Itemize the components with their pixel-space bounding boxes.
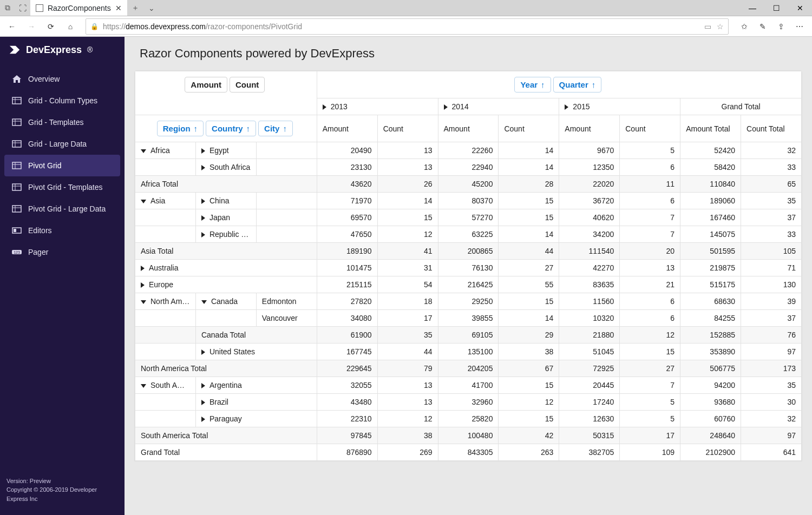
pivot-cell: 34200 — [559, 226, 620, 243]
row-region-cell — [135, 226, 196, 243]
year-header[interactable]: 2015 — [559, 98, 680, 115]
field-chip-country[interactable]: Country ↑ — [206, 121, 256, 136]
notes-icon[interactable]: ✎ — [754, 18, 772, 35]
expand-icon[interactable] — [141, 282, 145, 288]
more-icon[interactable]: ⋯ — [790, 18, 809, 35]
sidebar-item-pivot-grid[interactable]: Pivot Grid — [4, 155, 120, 176]
pivot-cell: 54 — [377, 276, 438, 293]
row-country-cell[interactable]: Paraguay — [195, 411, 317, 427]
pivot-cell: 229645 — [317, 360, 377, 377]
sidebar-item-overview[interactable]: Overview — [4, 68, 120, 90]
new-tab-button[interactable]: ＋ — [127, 0, 143, 16]
row-country-cell[interactable]: Canada — [195, 293, 256, 310]
home-button[interactable]: ⌂ — [62, 18, 79, 35]
pivot-cell: 41 — [377, 243, 438, 260]
row-region-cell — [135, 344, 196, 360]
sidebar-item-pivot-grid-templates[interactable]: Pivot Grid - Templates — [4, 176, 120, 198]
row-region-cell — [135, 310, 196, 327]
close-window-button[interactable]: ✕ — [788, 0, 812, 16]
field-chip-count[interactable]: Count — [230, 77, 265, 93]
row-country-cell[interactable]: Argentina — [195, 377, 317, 394]
pivot-cell: 506775 — [680, 360, 741, 377]
row-region-cell[interactable]: Europe — [135, 276, 317, 293]
row-city-cell — [256, 226, 317, 243]
pivot-cell: 42270 — [559, 260, 620, 276]
row-region-cell[interactable]: North America — [135, 293, 196, 310]
sidebar-item-grid-column-types[interactable]: Grid - Column Types — [4, 90, 120, 111]
row-region-cell[interactable]: Asia — [135, 193, 196, 209]
close-tab-icon[interactable]: ✕ — [115, 4, 122, 12]
pivot-cell: 83635 — [559, 276, 620, 293]
favorite-icon[interactable]: ☆ — [717, 22, 724, 31]
year-header[interactable]: 2014 — [438, 98, 559, 115]
pivot-cell: 6 — [620, 193, 680, 209]
sidebar-footer: Version: Preview Copyright © 2006-2019 D… — [0, 471, 125, 509]
field-chip-region[interactable]: Region ↑ — [157, 121, 204, 136]
sidebar-item-grid-large-data[interactable]: Grid - Large Data — [4, 133, 120, 155]
forward-button[interactable]: → — [23, 18, 40, 35]
expand-icon[interactable] — [201, 148, 205, 154]
collapse-icon[interactable] — [141, 384, 146, 388]
row-country-cell[interactable]: United States — [195, 344, 317, 360]
pivot-cell: 5 — [620, 394, 680, 411]
expand-icon[interactable] — [444, 104, 448, 110]
sidebar-item-editors[interactable]: Editors — [4, 220, 120, 241]
field-chip-city[interactable]: City ↑ — [258, 121, 293, 136]
collapse-icon[interactable] — [141, 300, 146, 304]
nav-icon — [12, 204, 22, 213]
sidebar-item-pager[interactable]: 123Pager — [4, 241, 120, 263]
tab-actions-icon[interactable]: ⧉ — [0, 0, 15, 16]
collapse-icon[interactable] — [141, 149, 146, 153]
field-chip-year[interactable]: Year ↑ — [514, 77, 551, 93]
pivot-cell: 97 — [741, 427, 802, 444]
address-bar[interactable]: 🔒 https://demos.devexpress.com/razor-com… — [86, 18, 729, 35]
back-button[interactable]: ← — [3, 18, 21, 35]
row-region-cell[interactable]: Australia — [135, 260, 317, 276]
row-country-cell[interactable]: Brazil — [195, 394, 317, 411]
expand-icon[interactable] — [201, 349, 205, 355]
row-region-cell[interactable]: Africa — [135, 142, 196, 159]
row-country-cell[interactable]: China — [195, 193, 256, 209]
row-country-cell[interactable]: Republic of Korea — [195, 226, 256, 243]
refresh-button[interactable]: ⟳ — [42, 18, 60, 35]
maximize-button[interactable]: ☐ — [764, 0, 788, 16]
sidebar-item-grid-templates[interactable]: Grid - Templates — [4, 111, 120, 133]
expand-icon[interactable] — [201, 417, 205, 422]
expand-icon[interactable] — [201, 383, 205, 388]
pivot-cell: 204205 — [438, 360, 499, 377]
favorites-icon[interactable]: ✩ — [735, 18, 754, 35]
pivot-cell: 15 — [499, 377, 559, 394]
row-region-cell[interactable]: South America — [135, 377, 196, 394]
expand-icon[interactable] — [201, 215, 205, 221]
share-icon[interactable]: ⇪ — [772, 18, 790, 35]
expand-icon[interactable] — [201, 199, 205, 204]
sidebar-item-pivot-grid-large-data[interactable]: Pivot Grid - Large Data — [4, 198, 120, 220]
row-country-cell[interactable]: Japan — [195, 209, 256, 226]
pivot-row: Paraguay223101225820151263056076032 — [135, 411, 802, 427]
expand-icon[interactable] — [141, 266, 145, 271]
expand-icon[interactable] — [323, 104, 326, 110]
pivot-cell: 79 — [377, 360, 438, 377]
minimize-button[interactable]: — — [741, 0, 764, 16]
expand-icon[interactable] — [201, 165, 205, 170]
expand-icon[interactable] — [565, 104, 568, 110]
field-chip-quarter[interactable]: Quarter ↑ — [553, 77, 602, 93]
row-country-cell[interactable]: Egypt — [195, 142, 256, 159]
measure-header: Count — [620, 115, 680, 142]
year-header[interactable]: 2013 — [317, 98, 438, 115]
brand-text: DevExpress — [26, 44, 82, 56]
field-chip-amount[interactable]: Amount — [185, 77, 227, 93]
reading-view-icon[interactable]: ▭ — [704, 22, 711, 31]
tabs-dropdown-icon[interactable]: ⌄ — [143, 0, 160, 16]
collapse-icon[interactable] — [201, 300, 207, 304]
pivot-row: United States167745441351003851045153538… — [135, 344, 802, 360]
tab-preview-icon[interactable]: ⛶ — [15, 0, 30, 16]
nav-icon — [12, 118, 22, 127]
pivot-cell: 200865 — [438, 243, 499, 260]
collapse-icon[interactable] — [141, 200, 146, 203]
expand-icon[interactable] — [201, 232, 205, 237]
row-country-cell[interactable]: South Africa — [195, 159, 256, 176]
pivot-cell: 72925 — [559, 360, 620, 377]
browser-tab[interactable]: RazorComponents ✕ — [30, 0, 127, 16]
expand-icon[interactable] — [201, 400, 205, 405]
